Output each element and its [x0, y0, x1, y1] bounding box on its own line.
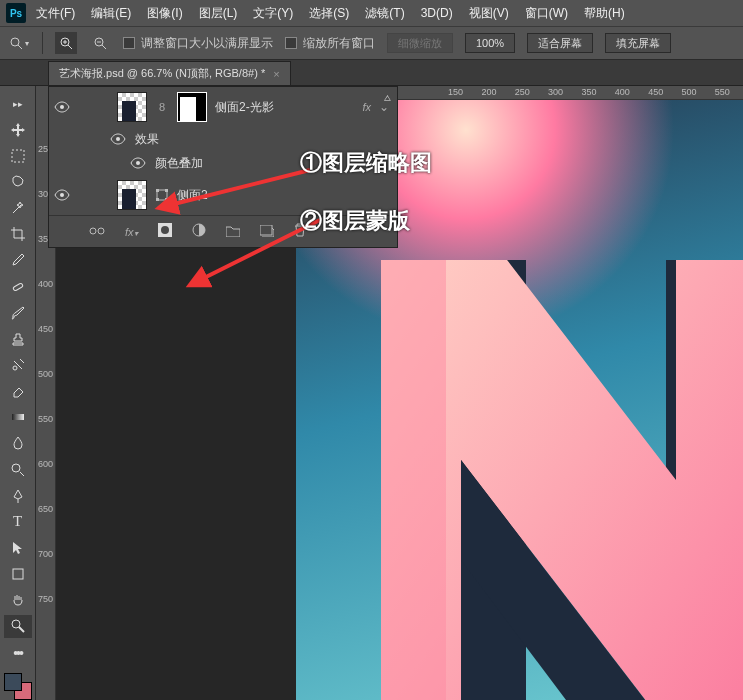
layer-name[interactable]: 侧面2-光影 — [215, 99, 354, 116]
collapse-icon[interactable]: ▸▸ — [4, 92, 32, 115]
shape-badge-icon — [155, 180, 169, 210]
gradient-tool-icon[interactable] — [4, 406, 32, 429]
marquee-tool-icon[interactable] — [4, 144, 32, 167]
type-tool-icon[interactable]: T — [4, 510, 32, 533]
menu-edit[interactable]: 编辑(E) — [85, 3, 137, 24]
eyedropper-tool-icon[interactable] — [4, 249, 32, 272]
edit-toolbar-icon[interactable]: ••• — [4, 641, 32, 664]
annotation-thumbnail: ①图层缩略图 — [300, 148, 432, 178]
menu-image[interactable]: 图像(I) — [141, 3, 188, 24]
menu-3d[interactable]: 3D(D) — [415, 4, 459, 22]
eye-icon[interactable] — [129, 154, 147, 172]
adjustment-icon[interactable] — [192, 223, 206, 240]
layer-row[interactable]: 8 侧面2-光影 fx ⌄ — [49, 87, 397, 127]
document-tab[interactable]: 艺术海报.psd @ 66.7% (N顶部, RGB/8#) * × — [48, 61, 291, 85]
pen-tool-icon[interactable] — [4, 484, 32, 507]
ruler-tick: 500 — [682, 87, 697, 97]
svg-line-14 — [20, 472, 24, 476]
tool-preset-icon[interactable]: ▾ — [8, 32, 30, 54]
menu-window[interactable]: 窗口(W) — [519, 3, 574, 24]
mask-link-icon[interactable]: 8 — [155, 92, 169, 122]
mask-icon[interactable] — [158, 223, 172, 240]
menu-file[interactable]: 文件(F) — [30, 3, 81, 24]
menu-select[interactable]: 选择(S) — [303, 3, 355, 24]
zoom-out-icon[interactable] — [89, 32, 111, 54]
svg-point-11 — [13, 366, 17, 370]
menu-help[interactable]: 帮助(H) — [578, 3, 631, 24]
stamp-tool-icon[interactable] — [4, 327, 32, 350]
layer-thumbnail[interactable] — [117, 92, 147, 122]
crop-tool-icon[interactable] — [4, 223, 32, 246]
color-swatches[interactable] — [4, 673, 32, 700]
eraser-tool-icon[interactable] — [4, 380, 32, 403]
ruler-tick: 600 — [38, 459, 53, 469]
layer-name[interactable]: 侧面2 — [177, 187, 389, 204]
layer-thumbnail[interactable] — [117, 180, 147, 210]
svg-rect-9 — [12, 150, 24, 162]
lasso-tool-icon[interactable] — [4, 170, 32, 193]
opt-coarse-zoom: 细微缩放 — [387, 33, 453, 53]
btn-100pct[interactable]: 100% — [465, 33, 515, 53]
close-icon[interactable]: × — [273, 68, 279, 80]
svg-marker-22 — [381, 260, 446, 700]
svg-rect-31 — [165, 198, 168, 201]
svg-rect-12 — [12, 414, 24, 420]
menu-layer[interactable]: 图层(L) — [193, 3, 244, 24]
dodge-tool-icon[interactable] — [4, 458, 32, 481]
btn-fill-screen[interactable]: 填充屏幕 — [605, 33, 671, 53]
fx-badge[interactable]: fx — [362, 101, 371, 113]
zoom-in-icon[interactable] — [55, 32, 77, 54]
hand-tool-icon[interactable] — [4, 589, 32, 612]
menu-filter[interactable]: 滤镜(T) — [359, 3, 410, 24]
menu-type[interactable]: 文字(Y) — [247, 3, 299, 24]
eye-icon[interactable] — [109, 130, 127, 148]
group-icon[interactable] — [226, 224, 240, 240]
checkbox-icon[interactable] — [123, 37, 135, 49]
ruler-tick: 450 — [38, 324, 53, 334]
ruler-tick: 450 — [648, 87, 663, 97]
opt-resize-fit[interactable]: 调整窗口大小以满屏显示 — [123, 35, 273, 52]
tab-title: 艺术海报.psd @ 66.7% (N顶部, RGB/8#) * — [59, 66, 265, 81]
shape-tool-icon[interactable] — [4, 563, 32, 586]
path-select-icon[interactable] — [4, 536, 32, 559]
ruler-tick: 550 — [38, 414, 53, 424]
svg-rect-15 — [13, 569, 23, 579]
svg-point-35 — [161, 226, 169, 234]
options-bar: ▾ 调整窗口大小以满屏显示 缩放所有窗口 细微缩放 100% 适合屏幕 填充屏幕 — [0, 26, 743, 60]
ps-logo: Ps — [6, 3, 26, 23]
svg-rect-33 — [98, 228, 104, 234]
btn-fit-screen[interactable]: 适合屏幕 — [527, 33, 593, 53]
opt-resize-fit-label: 调整窗口大小以满屏显示 — [141, 35, 273, 52]
ruler-tick: 150 — [448, 87, 463, 97]
opt-zoom-all[interactable]: 缩放所有窗口 — [285, 35, 375, 52]
blur-tool-icon[interactable] — [4, 432, 32, 455]
ruler-tick: 400 — [38, 279, 53, 289]
link-layers-icon[interactable] — [89, 224, 105, 240]
brush-tool-icon[interactable] — [4, 301, 32, 324]
checkbox-icon[interactable] — [285, 37, 297, 49]
ruler-tick: 300 — [548, 87, 563, 97]
zoom-tool-icon[interactable] — [4, 615, 32, 638]
ruler-tick: 650 — [38, 504, 53, 514]
new-layer-icon[interactable] — [260, 224, 274, 240]
eye-icon[interactable] — [53, 98, 71, 116]
effects-label: 效果 — [135, 131, 389, 148]
svg-point-13 — [12, 464, 20, 472]
fx-icon[interactable]: fx▾ — [125, 226, 138, 238]
wand-tool-icon[interactable] — [4, 197, 32, 220]
ruler-tick: 400 — [615, 87, 630, 97]
svg-line-3 — [68, 45, 72, 49]
svg-rect-30 — [156, 198, 159, 201]
layer-mask-thumb[interactable] — [177, 92, 207, 122]
move-tool-icon[interactable] — [4, 118, 32, 141]
svg-point-26 — [60, 193, 64, 197]
collapse-icon[interactable]: ㅿ — [382, 91, 393, 106]
heal-tool-icon[interactable] — [4, 275, 32, 298]
eye-icon[interactable] — [53, 186, 71, 204]
opt-zoom-all-label: 缩放所有窗口 — [303, 35, 375, 52]
menubar: Ps 文件(F) 编辑(E) 图像(I) 图层(L) 文字(Y) 选择(S) 滤… — [0, 0, 743, 26]
history-brush-icon[interactable] — [4, 353, 32, 376]
menu-view[interactable]: 视图(V) — [463, 3, 515, 24]
ruler-tick: 250 — [515, 87, 530, 97]
tools-panel: ▸▸ T ••• — [0, 86, 36, 700]
